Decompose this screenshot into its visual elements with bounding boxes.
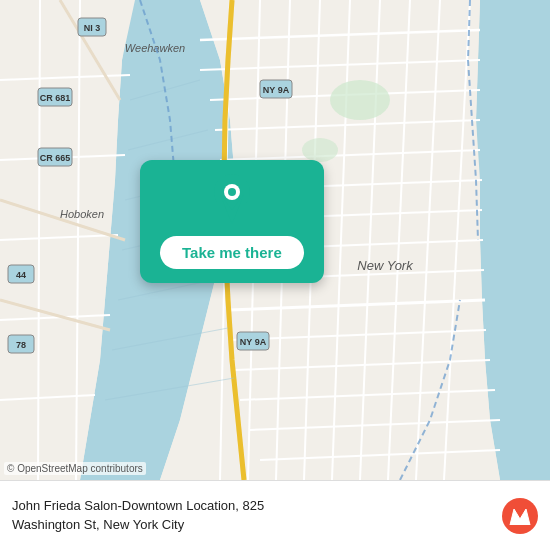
svg-point-66 xyxy=(302,138,338,162)
svg-point-65 xyxy=(330,80,390,120)
green-card: Take me there xyxy=(140,160,324,283)
map-attribution: © OpenStreetMap contributors xyxy=(4,462,146,475)
svg-marker-70 xyxy=(510,509,530,525)
moovit-logo-icon xyxy=(502,498,538,534)
take-me-button-container[interactable]: Take me there xyxy=(140,160,324,283)
svg-text:CR 681: CR 681 xyxy=(40,93,71,103)
svg-point-69 xyxy=(228,188,236,196)
location-name: John Frieda Salon-Downtown Location, 825… xyxy=(12,497,492,533)
svg-text:NI 3: NI 3 xyxy=(84,23,101,33)
svg-text:78: 78 xyxy=(16,340,26,350)
moovit-logo xyxy=(502,498,538,534)
info-bar: John Frieda Salon-Downtown Location, 825… xyxy=(0,480,550,550)
svg-text:Hoboken: Hoboken xyxy=(60,208,104,220)
map-container: NY 9A NY 9A NY 9A NI 3 CR 681 CR 665 44 … xyxy=(0,0,550,550)
map-pin-icon xyxy=(212,174,252,228)
svg-text:NY 9A: NY 9A xyxy=(240,337,267,347)
svg-text:New York: New York xyxy=(357,258,414,273)
svg-text:NY 9A: NY 9A xyxy=(263,85,290,95)
take-me-there-button[interactable]: Take me there xyxy=(160,236,304,269)
svg-text:CR 665: CR 665 xyxy=(40,153,71,163)
svg-text:44: 44 xyxy=(16,270,26,280)
